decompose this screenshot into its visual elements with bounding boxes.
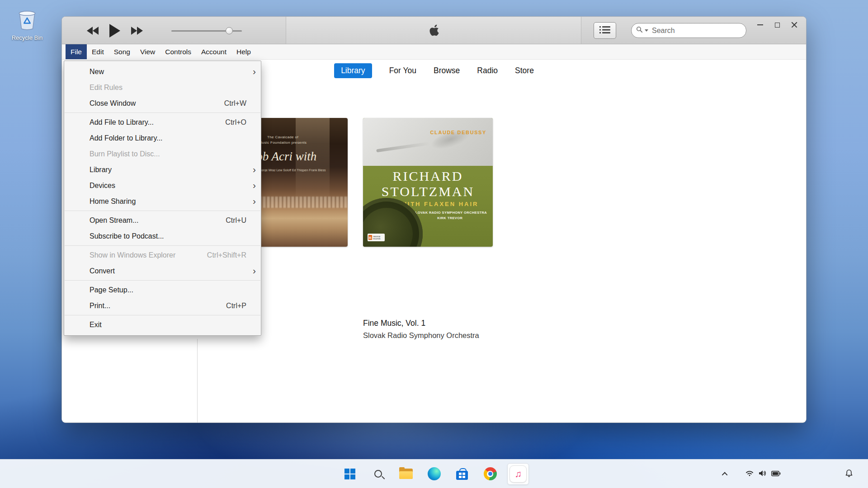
menu-item-home-sharing[interactable]: Home Sharing › (64, 193, 261, 209)
chrome-button[interactable] (479, 463, 501, 485)
recycle-bin-shortcut[interactable]: Recycle Bin (8, 6, 46, 41)
file-explorer-button[interactable] (395, 463, 417, 485)
menu-file[interactable]: File (66, 44, 87, 59)
menu-song[interactable]: Song (109, 44, 135, 59)
minimize-button[interactable] (754, 19, 766, 31)
taskbar: ♫ (0, 459, 868, 488)
notifications-button[interactable] (841, 466, 857, 482)
album2-artist-line1: RICHARD (363, 169, 493, 184)
menu-item-label: Burn Playlist to Disc... (90, 150, 160, 158)
play-button[interactable] (109, 24, 120, 38)
album-title[interactable]: Fine Music, Vol. 1 (363, 319, 425, 328)
edge-icon (428, 467, 441, 480)
album2-artist-line2: STOLTZMAN (363, 184, 493, 199)
volume-knob[interactable] (226, 27, 233, 34)
itunes-button[interactable]: ♫ (507, 463, 529, 485)
start-button[interactable] (339, 463, 361, 485)
close-button[interactable] (788, 19, 801, 31)
menu-view[interactable]: View (135, 44, 160, 59)
edge-button[interactable] (423, 463, 445, 485)
menu-item-subscribe-to-podcast[interactable]: Subscribe to Podcast... (64, 228, 261, 244)
menu-item-shortcut: Ctrl+O (225, 118, 246, 127)
menu-separator (65, 113, 260, 113)
menu-item-open-stream[interactable]: Open Stream... Ctrl+U (64, 212, 261, 228)
menu-item-label: Print... (90, 302, 110, 310)
submenu-arrow-icon: › (253, 195, 256, 206)
menu-item-label: Add Folder to Library... (90, 134, 163, 142)
fast-forward-button[interactable] (131, 27, 143, 35)
menu-item-exit[interactable]: Exit (64, 317, 261, 333)
menu-item-show-in-explorer: Show in Windows Explorer Ctrl+Shift+R (64, 247, 261, 263)
tab-browse[interactable]: Browse (434, 66, 460, 75)
menu-item-shortcut: Ctrl+W (224, 99, 246, 108)
search-input[interactable]: Search (631, 23, 746, 38)
record-label-logo: n navona records (368, 234, 385, 241)
menu-item-label: Home Sharing (90, 197, 136, 206)
album-tile-fine-music[interactable]: CLAUDE DEBUSSY RICHARD STOLTZMAN MAID WI… (363, 118, 493, 247)
rewind-button[interactable] (87, 27, 99, 35)
menu-item-add-folder-to-library[interactable]: Add Folder to Library... (64, 130, 261, 146)
menu-item-label: Devices (90, 182, 115, 190)
titlebar[interactable]: Search (62, 17, 806, 44)
menu-item-label: Close Window (90, 99, 136, 108)
volume-slider[interactable] (171, 27, 242, 35)
music-note-icon: ♫ (514, 469, 522, 479)
wifi-icon (745, 470, 754, 478)
menu-item-page-setup[interactable]: Page Setup... (64, 282, 261, 298)
itunes-icon: ♫ (509, 465, 527, 483)
menu-item-label: Add File to Library... (90, 118, 154, 127)
submenu-arrow-icon: › (253, 66, 256, 76)
search-placeholder: Search (652, 27, 675, 35)
menu-item-label: Page Setup... (90, 286, 133, 294)
volume-icon (759, 470, 766, 479)
store-bag-icon (456, 471, 468, 480)
menu-item-label: Exit (90, 321, 102, 329)
album2-orchestra: SLOVAK RADIO SYMPHONY ORCHESTRA (412, 211, 487, 215)
menu-item-shortcut: Ctrl+Shift+R (207, 251, 246, 259)
label-initial: n (368, 235, 372, 240)
submenu-arrow-icon: › (253, 164, 256, 174)
menu-separator (65, 211, 260, 211)
album-artist[interactable]: Slovak Radio Symphony Orchestra (363, 331, 479, 340)
menu-item-library[interactable]: Library › (64, 162, 261, 178)
apple-logo-icon (428, 23, 440, 39)
menu-item-burn-playlist: Burn Playlist to Disc... (64, 146, 261, 162)
tab-library[interactable]: Library (334, 63, 372, 78)
menu-help[interactable]: Help (231, 44, 256, 59)
search-icon (374, 470, 382, 478)
menu-item-label: New (90, 68, 104, 76)
maximize-button[interactable] (771, 19, 783, 31)
label-text: navona records (373, 235, 384, 240)
menu-item-shortcut: Ctrl+P (226, 302, 246, 310)
windows-logo-icon (344, 469, 355, 479)
menu-item-label: Show in Windows Explorer (90, 251, 175, 259)
menu-item-label: Convert (90, 267, 115, 275)
tray-overflow-button[interactable] (719, 469, 731, 479)
menu-item-print[interactable]: Print... Ctrl+P (64, 298, 261, 314)
album2-conductor: KIRK TREVOR (412, 216, 487, 220)
menu-item-add-file-to-library[interactable]: Add File to Library... Ctrl+O (64, 114, 261, 130)
menu-item-new[interactable]: New › (64, 64, 261, 80)
chevron-up-icon (722, 472, 727, 478)
menu-item-devices[interactable]: Devices › (64, 178, 261, 193)
taskbar-search-button[interactable] (367, 463, 389, 485)
folder-icon (399, 469, 413, 479)
search-filter-chevron-icon[interactable] (645, 29, 648, 32)
menu-edit[interactable]: Edit (87, 44, 109, 59)
menu-account[interactable]: Account (196, 44, 231, 59)
tab-radio[interactable]: Radio (477, 66, 498, 75)
submenu-arrow-icon: › (253, 265, 256, 276)
menu-separator (65, 280, 260, 281)
tab-store[interactable]: Store (515, 66, 534, 75)
tab-for-you[interactable]: For You (389, 66, 416, 75)
quick-settings-button[interactable] (738, 466, 788, 482)
taskbar-center: ♫ (339, 463, 529, 485)
menu-item-close-window[interactable]: Close Window Ctrl+W (64, 95, 261, 111)
menu-item-convert[interactable]: Convert › (64, 263, 261, 279)
microsoft-store-button[interactable] (451, 463, 473, 485)
search-icon (636, 26, 643, 35)
view-list-button[interactable] (594, 22, 616, 39)
menu-item-shortcut: Ctrl+U (226, 216, 246, 225)
recycle-bin-icon (15, 25, 39, 33)
menu-controls[interactable]: Controls (160, 44, 196, 59)
